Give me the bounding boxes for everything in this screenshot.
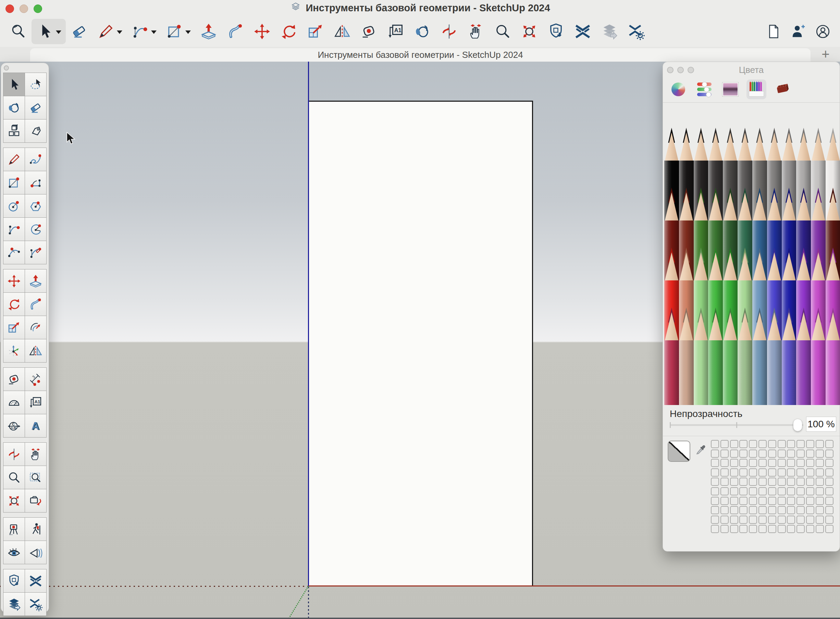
swatch-cell[interactable] <box>816 450 824 458</box>
swatch-cell[interactable] <box>787 450 795 458</box>
pencil-color-a6d896[interactable] <box>694 308 708 405</box>
colors-tab-image-palette[interactable] <box>720 79 740 99</box>
swatch-cell[interactable] <box>749 516 757 524</box>
swatch-cell[interactable] <box>816 487 824 495</box>
swatch-cell[interactable] <box>787 459 795 467</box>
swatch-cell[interactable] <box>720 459 729 467</box>
swatch-cell[interactable] <box>758 506 767 514</box>
drawn-rectangle-face[interactable] <box>308 101 533 586</box>
palette-paint-bucket-button[interactable] <box>3 96 25 119</box>
swatch-cell[interactable] <box>806 468 814 477</box>
swatch-cell[interactable] <box>816 516 824 524</box>
palette-move-button[interactable] <box>3 269 25 292</box>
swatch-cell[interactable] <box>778 450 786 458</box>
palette-3d-warehouse-button[interactable] <box>3 570 25 592</box>
palette-previous-view-button[interactable] <box>25 489 46 512</box>
toolbar-orbit-button[interactable] <box>436 19 463 44</box>
pencil-color-8a9cbd[interactable] <box>767 308 782 405</box>
toolbar-arc-button[interactable] <box>127 19 161 44</box>
toolbar-new-document-button[interactable] <box>761 19 786 44</box>
swatch-cell[interactable] <box>797 450 805 458</box>
palette-eraser-button[interactable] <box>25 96 46 119</box>
swatch-cell[interactable] <box>749 487 757 495</box>
colors-tab-crayon-box[interactable] <box>773 79 792 99</box>
swatch-cell[interactable] <box>797 478 805 486</box>
opacity-value-field[interactable]: 100 % <box>806 417 836 432</box>
toolbar-eraser-button[interactable] <box>66 19 93 44</box>
toolbar-move-button[interactable] <box>249 19 276 44</box>
swatch-cell[interactable] <box>758 487 767 495</box>
swatch-cell[interactable] <box>739 459 747 467</box>
swatch-cell[interactable] <box>778 459 786 467</box>
swatch-cell[interactable] <box>825 440 834 448</box>
swatch-cell[interactable] <box>730 487 738 495</box>
toolbar-connect-settings-button[interactable] <box>623 19 650 44</box>
palette-rectangle-button[interactable] <box>3 171 25 194</box>
toolbar-account-button[interactable] <box>810 19 835 44</box>
swatch-cell[interactable] <box>711 478 719 486</box>
swatch-cell[interactable] <box>797 468 805 477</box>
swatch-cell[interactable] <box>806 525 814 533</box>
dropdown-caret-icon[interactable] <box>56 30 61 34</box>
swatch-cell[interactable] <box>730 516 738 524</box>
palette-walk-button[interactable] <box>25 518 46 541</box>
palette-share-model-button[interactable] <box>3 593 25 616</box>
minimize-window-button[interactable] <box>19 4 28 13</box>
swatch-cell[interactable] <box>816 459 824 467</box>
swatch-cell[interactable] <box>749 478 757 486</box>
swatch-cell[interactable] <box>711 487 719 495</box>
dropdown-caret-icon[interactable] <box>117 30 122 34</box>
swatch-cell[interactable] <box>768 468 776 477</box>
palette-two-point-arc-button[interactable] <box>3 218 25 241</box>
swatch-cell[interactable] <box>797 506 805 514</box>
swatch-cell[interactable] <box>806 440 814 448</box>
palette-zoom-button[interactable] <box>3 466 25 489</box>
toolbar-push-pull-button[interactable] <box>195 19 222 44</box>
colors-tab-pencils[interactable] <box>746 79 767 99</box>
toolbar-search-button[interactable] <box>5 19 31 44</box>
swatch-cell[interactable] <box>778 516 786 524</box>
swatch-cell[interactable] <box>787 487 795 495</box>
swatch-cell[interactable] <box>787 516 795 524</box>
current-color-well[interactable] <box>668 441 690 462</box>
swatch-cell[interactable] <box>711 525 719 533</box>
swatch-cell[interactable] <box>825 468 834 477</box>
swatch-cell[interactable] <box>730 450 738 458</box>
swatch-cell[interactable] <box>806 459 814 467</box>
swatch-cell[interactable] <box>739 450 747 458</box>
swatch-cell[interactable] <box>730 478 738 486</box>
swatch-cell[interactable] <box>758 497 767 505</box>
swatch-cell[interactable] <box>711 497 719 505</box>
swatch-cell[interactable] <box>768 459 776 467</box>
palette-follow-me-button[interactable] <box>25 293 46 315</box>
swatch-cell[interactable] <box>816 468 824 477</box>
palette-connect-settings-button[interactable] <box>25 593 46 616</box>
swatch-cell[interactable] <box>749 525 757 533</box>
palette-trimble-connect-button[interactable] <box>25 570 46 592</box>
swatch-cell[interactable] <box>825 487 834 495</box>
opacity-slider-thumb[interactable] <box>793 419 802 431</box>
pencil-color-5a50c4[interactable] <box>782 308 797 405</box>
swatch-cell[interactable] <box>825 516 834 524</box>
swatch-cell[interactable] <box>768 487 776 495</box>
dropdown-caret-icon[interactable] <box>185 30 191 34</box>
palette-zoom-extents-button[interactable] <box>3 489 25 512</box>
pencil-color-6e93b2[interactable] <box>752 308 767 405</box>
palette-text-button[interactable]: A1 <box>25 391 46 414</box>
toolbar-add-collaborator-button[interactable] <box>786 19 810 44</box>
swatch-cell[interactable] <box>787 440 795 448</box>
palette-flip-button[interactable] <box>25 339 46 362</box>
palette-scale-button[interactable] <box>3 316 25 339</box>
pencil-color-cb5ecb[interactable] <box>826 308 840 405</box>
swatch-cell[interactable] <box>825 459 834 467</box>
swatch-cell[interactable] <box>778 478 786 486</box>
palette-push-pull-button[interactable] <box>25 269 46 292</box>
swatch-cell[interactable] <box>720 478 729 486</box>
palette-pie-button[interactable] <box>25 218 46 241</box>
swatch-cell[interactable] <box>816 440 824 448</box>
swatch-cell[interactable] <box>739 440 747 448</box>
palette-position-camera-button[interactable] <box>3 518 25 541</box>
colors-tab-color-sliders[interactable] <box>695 79 714 99</box>
swatch-cell[interactable] <box>749 506 757 514</box>
colors-tab-color-wheel[interactable] <box>668 79 688 99</box>
